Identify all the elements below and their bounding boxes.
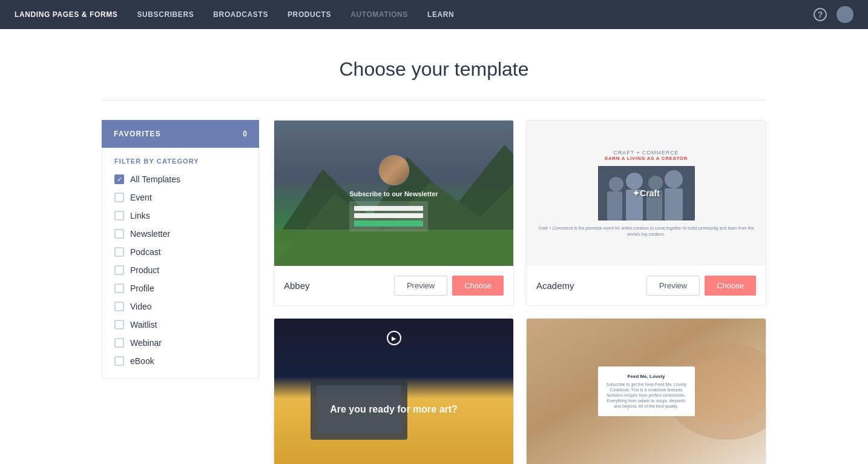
avatar[interactable]	[837, 6, 853, 23]
cookbook-card-title: Feed Me, Lovely	[605, 374, 688, 379]
filter-checkbox-all[interactable]	[114, 174, 124, 184]
abbey-actions: Preview Choose	[394, 276, 504, 296]
academy-bg: Craft + Commerce Earn a Living as a Crea…	[527, 121, 766, 266]
main-content: Favorites 0 Filter by Category All Templ…	[0, 101, 868, 464]
template-card-abbey: Subscribe to our Newsletter Abbey Previe…	[274, 120, 514, 306]
abbey-field-2	[354, 213, 423, 218]
template-card-art: ▶ Are you ready for more art? Art Previe…	[274, 318, 514, 464]
svg-rect-3	[274, 230, 513, 266]
filter-checkbox-webinar[interactable]	[114, 338, 124, 348]
academy-name: Academy	[536, 280, 574, 291]
filter-all-templates[interactable]: All Templates	[114, 174, 246, 184]
abbey-field-1	[354, 206, 423, 211]
svg-point-6	[626, 173, 643, 190]
nav-subscribers[interactable]: Subscribers	[137, 8, 194, 21]
filter-newsletter[interactable]: Newsletter	[114, 229, 246, 239]
nav-landing-pages[interactable]: Landing Pages & Forms	[15, 8, 117, 21]
cookbook-card: Feed Me, Lovely Subscribe to get the New…	[598, 366, 695, 416]
cookbook-bg: Feed Me, Lovely Subscribe to get the New…	[527, 319, 766, 464]
filter-webinar[interactable]: Webinar	[114, 338, 246, 348]
nav-broadcasts[interactable]: Broadcasts	[213, 8, 268, 21]
academy-logo: ✦Craft	[633, 188, 660, 198]
filter-podcast[interactable]: Podcast	[114, 247, 246, 257]
nav-automations[interactable]: Automations	[350, 8, 408, 21]
template-thumbnail-cookbook: Feed Me, Lovely Subscribe to get the New…	[527, 319, 766, 464]
art-content: Are you ready for more art?	[318, 403, 470, 416]
filter-title: Filter by Category	[114, 157, 246, 165]
favorites-count: 0	[243, 130, 247, 138]
filter-video[interactable]: Video	[114, 302, 246, 311]
template-card-cookbook: Feed Me, Lovely Subscribe to get the New…	[526, 318, 766, 464]
filter-checkbox-links[interactable]	[114, 211, 124, 220]
filter-checkbox-podcast[interactable]	[114, 247, 124, 257]
filter-label-all: All Templates	[130, 174, 180, 184]
abbey-name: Abbey	[284, 280, 310, 291]
filter-ebook[interactable]: eBook	[114, 356, 246, 366]
favorites-label: Favorites	[114, 130, 161, 138]
filter-checkbox-ebook[interactable]	[114, 356, 124, 366]
abbey-avatar	[379, 155, 409, 185]
cookbook-card-subtitle: Subscribe to get the New Feed Me, Lovely…	[605, 382, 688, 409]
filter-checkbox-event[interactable]	[114, 193, 124, 202]
abbey-bg: Subscribe to our Newsletter	[274, 121, 513, 266]
filter-label-video: Video	[130, 302, 152, 311]
filter-label-ebook: eBook	[130, 356, 154, 366]
page-title: Choose your template	[0, 58, 868, 81]
template-thumbnail-abbey: Subscribe to our Newsletter	[274, 121, 513, 266]
template-thumbnail-art: ▶ Are you ready for more art?	[274, 319, 513, 464]
svg-point-8	[665, 170, 683, 188]
abbey-submit-btn	[354, 220, 423, 227]
abbey-info: Abbey Preview Choose	[274, 266, 513, 305]
art-bg: ▶ Are you ready for more art?	[274, 319, 513, 464]
abbey-preview-button[interactable]: Preview	[394, 276, 447, 296]
sidebar: Favorites 0 Filter by Category All Templ…	[102, 120, 259, 464]
filter-product[interactable]: Product	[114, 265, 246, 275]
academy-image: ✦Craft	[598, 166, 695, 220]
page-header: Choose your template	[0, 29, 868, 100]
svg-point-5	[609, 177, 623, 191]
template-thumbnail-academy: Craft + Commerce Earn a Living as a Crea…	[527, 121, 766, 266]
filter-checkbox-waitlist[interactable]	[114, 320, 124, 330]
filter-checkbox-profile[interactable]	[114, 283, 124, 293]
filter-label-product: Product	[130, 265, 159, 275]
academy-tagline: Earn a Living as a Creator	[605, 156, 688, 161]
filter-label-newsletter: Newsletter	[130, 229, 170, 239]
filter-checkbox-video[interactable]	[114, 302, 124, 311]
filter-label-profile: Profile	[130, 283, 154, 293]
filter-checkbox-product[interactable]	[114, 265, 124, 275]
nav-right: ?	[814, 6, 853, 23]
template-card-academy: Craft + Commerce Earn a Living as a Crea…	[526, 120, 766, 306]
abbey-content: Subscribe to our Newsletter	[349, 155, 438, 231]
favorites-button[interactable]: Favorites 0	[102, 120, 259, 148]
filter-section: Filter by Category All Templates Event L…	[102, 148, 259, 379]
nav-links: Landing Pages & Forms Subscribers Broadc…	[15, 8, 454, 21]
help-icon[interactable]: ?	[814, 8, 827, 21]
abbey-choose-button[interactable]: Choose	[452, 276, 504, 296]
abbey-form	[349, 201, 428, 231]
filter-event[interactable]: Event	[114, 193, 246, 202]
templates-grid: Subscribe to our Newsletter Abbey Previe…	[274, 120, 766, 464]
svg-rect-9	[607, 191, 622, 220]
nav-learn[interactable]: Learn	[427, 8, 454, 21]
academy-choose-button[interactable]: Choose	[705, 276, 756, 296]
academy-brand: Craft + Commerce	[605, 150, 688, 156]
nav-products[interactable]: Products	[288, 8, 331, 21]
svg-rect-12	[665, 188, 683, 220]
academy-description: Craft + Commerce is the premiere event f…	[536, 225, 756, 237]
academy-preview-button[interactable]: Preview	[646, 276, 700, 296]
art-play-icon: ▶	[387, 331, 401, 345]
navbar: Landing Pages & Forms Subscribers Broadc…	[0, 0, 868, 29]
filter-links[interactable]: Links	[114, 211, 246, 220]
filter-label-event: Event	[130, 193, 152, 202]
filter-label-podcast: Podcast	[130, 247, 161, 257]
filter-waitlist[interactable]: Waitlist	[114, 320, 246, 330]
academy-actions: Preview Choose	[646, 276, 756, 296]
filter-label-links: Links	[130, 211, 150, 220]
abbey-newsletter-title: Subscribe to our Newsletter	[349, 190, 438, 197]
filter-checkbox-newsletter[interactable]	[114, 229, 124, 239]
academy-header: Craft + Commerce Earn a Living as a Crea…	[605, 150, 688, 161]
filter-profile[interactable]: Profile	[114, 283, 246, 293]
academy-info: Academy Preview Choose	[527, 266, 766, 305]
filter-label-webinar: Webinar	[130, 338, 162, 348]
svg-point-18	[684, 358, 766, 425]
